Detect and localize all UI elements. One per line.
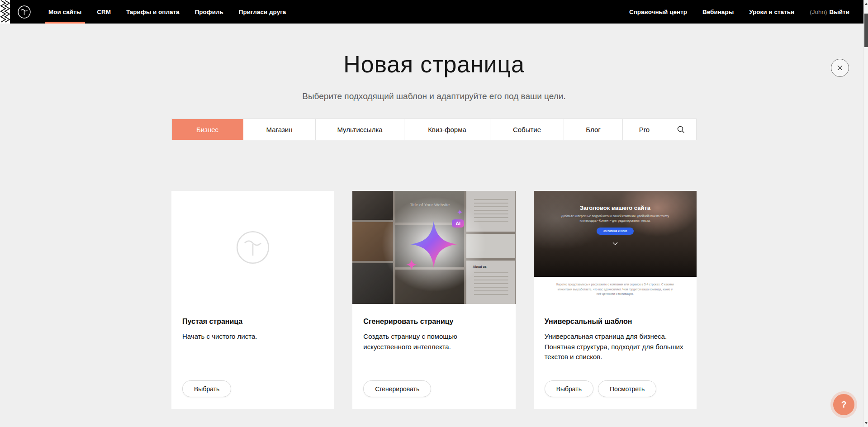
template-card-ai-generate: Title of Your Website About us bbox=[352, 191, 515, 409]
nav-item-lessons[interactable]: Уроки и статьи bbox=[741, 0, 802, 24]
close-icon bbox=[836, 64, 844, 71]
tab-event[interactable]: Событие bbox=[490, 119, 564, 140]
user-name: (John) bbox=[810, 9, 827, 15]
nav-item-logout[interactable]: (John) Выйти bbox=[802, 0, 857, 24]
nav-item-my-sites[interactable]: Мои сайты bbox=[41, 0, 89, 24]
select-button[interactable]: Выбрать bbox=[545, 380, 593, 397]
sparkle-icon bbox=[457, 209, 463, 215]
template-card-universal: Заголовок вашего сайта Добавьте интересн… bbox=[534, 191, 697, 409]
scroll-up-arrow[interactable] bbox=[865, 3, 868, 5]
template-card-blank: Пустая страница Начать с чистого листа. … bbox=[171, 191, 334, 409]
tab-quiz-form[interactable]: Квиз-форма bbox=[404, 119, 490, 140]
page-title: Новая страница bbox=[0, 51, 868, 78]
generate-button[interactable]: Сгенерировать bbox=[363, 380, 431, 397]
logout-label: Выйти bbox=[830, 9, 850, 15]
template-category-tabs: Бизнес Магазин Мультиссылка Квиз-форма С… bbox=[171, 119, 697, 140]
view-button[interactable]: Посмотреть bbox=[598, 380, 656, 397]
tilda-logo-icon[interactable] bbox=[16, 4, 33, 20]
card-title: Универсальный шаблон bbox=[545, 318, 686, 326]
nav-item-pricing[interactable]: Тарифы и оплата bbox=[119, 0, 187, 24]
scrollbar-thumb[interactable] bbox=[864, 14, 868, 47]
template-preview: Заголовок вашего сайта Добавьте интересн… bbox=[534, 191, 697, 304]
ai-preview: Title of Your Website About us bbox=[352, 191, 515, 304]
page-subtitle: Выберите подходящий шаблон и адаптируйте… bbox=[0, 91, 868, 101]
question-icon: ? bbox=[841, 399, 846, 410]
help-widget-button[interactable]: ? bbox=[833, 394, 854, 415]
card-description: Создать страницу с помощью искусственног… bbox=[363, 332, 504, 352]
card-title: Сгенерировать страницу bbox=[363, 318, 504, 326]
close-button[interactable] bbox=[831, 59, 849, 77]
new-page-modal: Новая страница Выберите подходящий шабло… bbox=[0, 24, 868, 427]
chevron-down-icon bbox=[612, 242, 618, 245]
secondary-nav: Справочный центр Вебинары Уроки и статьи… bbox=[621, 0, 857, 24]
template-grid: Пустая страница Начать с чистого листа. … bbox=[171, 191, 697, 427]
tilda-watermark-icon bbox=[231, 226, 275, 269]
page-scrollbar[interactable] bbox=[863, 0, 868, 427]
nav-item-profile[interactable]: Профиль bbox=[187, 0, 231, 24]
top-navigation-bar: Мои сайты CRM Тарифы и оплата Профиль Пр… bbox=[0, 0, 868, 24]
template-hero-button: Заглавная кнопка bbox=[597, 228, 633, 235]
template-hero-title: Заголовок вашего сайта bbox=[580, 204, 650, 211]
zigzag-pattern bbox=[0, 0, 10, 24]
nav-item-webinars[interactable]: Вебинары bbox=[695, 0, 741, 24]
template-hero-text: Добавьте интересные подробности о вашей … bbox=[560, 214, 670, 223]
card-description: Универсальная страница для бизнеса. Поня… bbox=[545, 332, 686, 362]
nav-item-crm[interactable]: CRM bbox=[89, 0, 119, 24]
scroll-down-arrow[interactable] bbox=[865, 422, 868, 424]
primary-nav: Мои сайты CRM Тарифы и оплата Профиль Пр… bbox=[41, 0, 294, 24]
template-hero: Заголовок вашего сайта Добавьте интересн… bbox=[534, 191, 697, 277]
ai-star-icon bbox=[410, 217, 457, 271]
ai-badge: AI bbox=[452, 219, 464, 228]
nav-item-help-center[interactable]: Справочный центр bbox=[621, 0, 695, 24]
tab-store[interactable]: Магазин bbox=[243, 119, 316, 140]
select-button[interactable]: Выбрать bbox=[182, 380, 231, 397]
tab-pro[interactable]: Pro bbox=[623, 119, 666, 140]
card-title: Пустая страница bbox=[182, 318, 323, 326]
tab-search[interactable] bbox=[666, 119, 695, 140]
tab-business[interactable]: Бизнес bbox=[172, 119, 243, 140]
tab-blog[interactable]: Блог bbox=[564, 119, 623, 140]
search-icon bbox=[677, 125, 685, 133]
sparkle-icon bbox=[406, 259, 417, 270]
card-description: Начать с чистого листа. bbox=[182, 332, 323, 342]
nav-item-invite-friend[interactable]: Пригласи друга bbox=[231, 0, 294, 24]
template-body-text: Коротко представьтесь и расскажите о ком… bbox=[555, 282, 675, 297]
blank-preview bbox=[171, 191, 334, 304]
tab-multilink[interactable]: Мультиссылка bbox=[316, 119, 404, 140]
